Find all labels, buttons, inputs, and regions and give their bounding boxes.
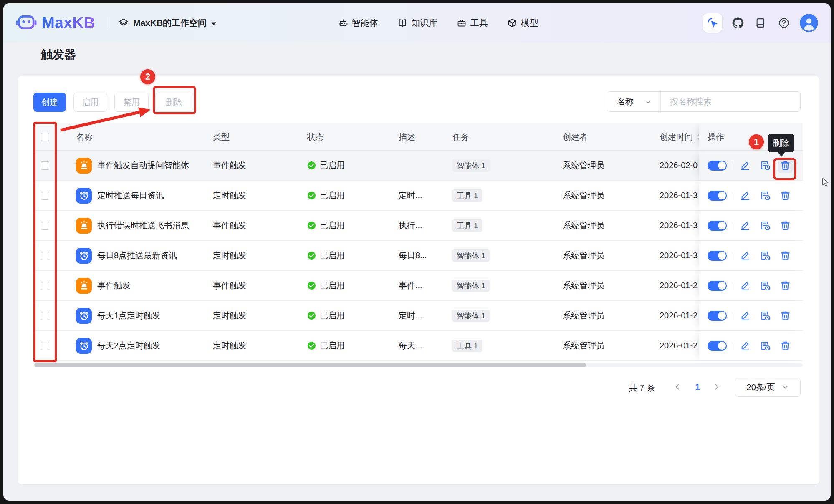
status-check-icon — [307, 251, 316, 260]
creator: 系统管理员 — [563, 241, 655, 270]
header-created-time-label: 创建时间 — [660, 131, 693, 143]
table-row: 事件触发事件触发已启用事件...智能体 1系统管理员2026-01-2 — [34, 271, 803, 301]
trigger-name: 每天1点定时触发 — [97, 310, 160, 321]
edit-button[interactable] — [738, 308, 753, 323]
divider — [732, 281, 732, 290]
table-row: 执行错误时推送飞书消息事件触发已启用执行...工具 1系统管理员2026-01-… — [34, 211, 803, 241]
delete-button[interactable] — [778, 188, 793, 203]
navbar-actions — [703, 3, 818, 43]
status-label: 已启用 — [320, 310, 345, 321]
workspace-selector[interactable]: MaxKB的工作空间 — [118, 17, 217, 29]
row-checkbox[interactable] — [41, 222, 49, 230]
log-button[interactable] — [758, 308, 773, 323]
status-check-icon — [307, 161, 316, 170]
disable-button[interactable]: 禁用 — [114, 93, 149, 112]
log-button[interactable] — [758, 278, 773, 293]
log-button[interactable] — [758, 218, 773, 233]
row-checkbox[interactable] — [41, 312, 49, 320]
scrollbar-thumb[interactable] — [34, 363, 586, 367]
nav-label: 模型 — [521, 17, 538, 29]
row-checkbox[interactable] — [41, 252, 49, 260]
enabled-toggle[interactable] — [708, 221, 727, 231]
trigger-name: 执行错误时推送飞书消息 — [97, 220, 189, 231]
delete-button[interactable] — [778, 158, 793, 173]
help-button[interactable] — [777, 16, 791, 30]
delete-button[interactable] — [778, 308, 793, 323]
nav-item-models[interactable]: 模型 — [507, 17, 538, 29]
task-tag: 工具 1 — [452, 219, 482, 232]
user-avatar[interactable] — [800, 14, 818, 32]
enabled-toggle[interactable] — [708, 161, 727, 171]
log-button[interactable] — [758, 158, 773, 173]
trigger-description: 事件... — [399, 271, 450, 300]
log-button[interactable] — [758, 338, 773, 353]
chevron-down-icon — [644, 98, 652, 106]
nav-item-tools[interactable]: 工具 — [457, 17, 488, 29]
creator: 系统管理员 — [563, 331, 655, 360]
enabled-toggle[interactable] — [708, 311, 727, 321]
divider — [732, 191, 732, 200]
prev-page-button[interactable] — [671, 381, 684, 393]
row-actions — [699, 211, 803, 240]
brand[interactable]: MaxKB — [3, 13, 95, 33]
table-row: 事件触发自动提问智能体事件触发已启用智能体 1系统管理员2026-02-0 — [34, 151, 803, 181]
docs-button[interactable] — [754, 16, 768, 30]
search-field-select[interactable]: 名称 — [607, 92, 661, 111]
search-input[interactable] — [661, 97, 800, 106]
enabled-toggle[interactable] — [708, 191, 727, 201]
log-button[interactable] — [758, 248, 773, 263]
delete-button-bulk[interactable]: 删除 — [155, 93, 192, 112]
search-field-value: 名称 — [617, 96, 634, 107]
edit-button[interactable] — [738, 218, 753, 233]
edit-button[interactable] — [738, 158, 753, 173]
delete-button[interactable] — [778, 278, 793, 293]
divider — [732, 311, 732, 320]
delete-button[interactable] — [778, 248, 793, 263]
table-row: 每天1点定时触发定时触发已启用定时...智能体 1系统管理员2026-01-2 — [34, 301, 803, 331]
delete-button[interactable] — [778, 218, 793, 233]
edit-button[interactable] — [738, 338, 753, 353]
current-page[interactable]: 1 — [691, 382, 704, 392]
nav-item-knowledge[interactable]: 知识库 — [397, 17, 437, 29]
created-time: 2026-01-3 — [660, 181, 699, 210]
next-page-button[interactable] — [710, 381, 723, 393]
robot-icon — [338, 18, 348, 28]
row-checkbox[interactable] — [41, 192, 49, 200]
enabled-toggle[interactable] — [708, 251, 727, 261]
edit-button[interactable] — [738, 248, 753, 263]
status-label: 已启用 — [320, 280, 345, 291]
page-size-select[interactable]: 20条/页 — [735, 378, 801, 397]
log-button[interactable] — [758, 188, 773, 203]
header-task: 任务 — [452, 123, 553, 150]
trigger-name: 每天2点定时触发 — [97, 340, 160, 351]
created-time: 2026-01-3 — [660, 211, 699, 240]
select-all-checkbox[interactable] — [41, 133, 49, 141]
row-checkbox[interactable] — [41, 282, 49, 290]
row-actions — [699, 151, 803, 180]
chevron-left-icon — [673, 383, 682, 391]
table-row: 每天2点定时触发定时触发已启用每天...工具 1系统管理员2026-01-2 — [34, 331, 803, 361]
enabled-toggle[interactable] — [708, 281, 727, 291]
top-navbar: MaxKB MaxKB的工作空间 智能体 知识库 工具 模型 — [3, 3, 831, 43]
task-tag: 工具 1 — [452, 340, 482, 352]
trigger-name: 事件触发自动提问智能体 — [97, 160, 189, 171]
quick-action-button[interactable] — [703, 13, 722, 33]
siren-icon — [76, 278, 92, 294]
nav-item-agents[interactable]: 智能体 — [338, 17, 378, 29]
enabled-toggle[interactable] — [708, 341, 727, 351]
edit-button[interactable] — [738, 278, 753, 293]
docs-icon — [755, 17, 767, 29]
row-checkbox[interactable] — [41, 161, 49, 170]
pagination: 共 7 条 1 20条/页 — [18, 378, 819, 397]
create-button[interactable]: 创建 — [33, 93, 66, 112]
trigger-type: 事件触发 — [213, 271, 296, 300]
github-button[interactable] — [731, 16, 745, 30]
divider — [732, 341, 732, 350]
enable-button[interactable]: 启用 — [73, 93, 107, 112]
creator: 系统管理员 — [563, 211, 655, 240]
delete-button[interactable] — [778, 338, 793, 353]
trigger-type: 事件触发 — [213, 151, 296, 180]
row-checkbox[interactable] — [41, 342, 49, 350]
chevron-down-icon — [781, 383, 789, 391]
edit-button[interactable] — [738, 188, 753, 203]
